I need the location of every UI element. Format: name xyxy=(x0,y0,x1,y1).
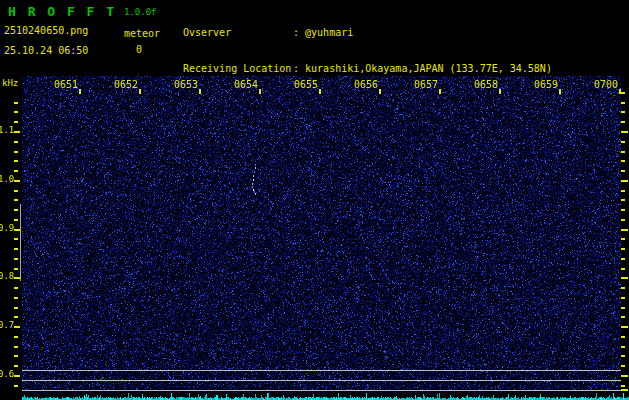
info-line-observer: Ovserver: @yuhmari xyxy=(183,27,552,39)
left-axis-major-tick xyxy=(14,277,20,279)
left-axis-minor-tick xyxy=(14,219,18,221)
left-axis-minor-tick xyxy=(14,141,18,143)
level-reference-line xyxy=(22,370,621,371)
time-axis-tick xyxy=(439,89,441,94)
time-axis-tick xyxy=(139,89,141,94)
info-value: kurashiki,Okayama,JAPAN (133.77E, 34.58N… xyxy=(305,63,552,74)
right-axis-minor-tick xyxy=(621,92,625,94)
right-axis-minor-tick xyxy=(621,141,625,143)
right-axis-major-tick xyxy=(621,326,628,328)
time-axis-tick xyxy=(199,89,201,94)
time-label: 0652 xyxy=(113,79,139,90)
right-axis-major-tick xyxy=(621,180,628,182)
right-axis-minor-tick xyxy=(621,346,625,348)
right-axis-major-tick xyxy=(621,229,628,231)
left-axis-minor-tick xyxy=(14,151,18,153)
info-separator: : xyxy=(293,27,299,38)
left-axis-major-tick xyxy=(14,229,20,231)
right-axis-minor-tick xyxy=(621,121,625,123)
time-label: 0655 xyxy=(293,79,319,90)
left-axis-minor-tick xyxy=(14,346,18,348)
time-label: 0700 xyxy=(593,79,619,90)
app-version: 1.0.0f xyxy=(124,7,157,17)
observation-datetime: 25.10.24 06:50 xyxy=(4,45,88,56)
freq-label: 0.9 xyxy=(0,223,14,233)
right-axis-minor-tick xyxy=(621,355,625,357)
time-axis-tick xyxy=(559,89,561,94)
freq-label: 0.6 xyxy=(0,369,14,379)
right-axis-minor-tick xyxy=(621,151,625,153)
left-axis-minor-tick xyxy=(14,248,18,250)
left-axis-major-tick xyxy=(14,131,20,133)
spectrogram-canvas xyxy=(22,76,621,391)
meteor-count-label: meteor xyxy=(124,28,160,39)
left-axis-minor-tick xyxy=(14,102,18,104)
time-label: 0651 xyxy=(53,79,79,90)
output-filename: 2510240650.png xyxy=(4,25,88,36)
time-label: 0659 xyxy=(533,79,559,90)
frequency-unit-label: kHz xyxy=(2,78,18,88)
right-axis-minor-tick xyxy=(621,238,625,240)
time-label: 0656 xyxy=(353,79,379,90)
time-axis-tick xyxy=(319,89,321,94)
left-axis-major-tick xyxy=(14,180,20,182)
right-axis-minor-tick xyxy=(621,385,625,387)
left-axis-minor-tick xyxy=(14,190,18,192)
left-axis-minor-tick xyxy=(14,385,18,387)
left-axis-minor-tick xyxy=(14,199,18,201)
left-axis-minor-tick xyxy=(14,355,18,357)
count-band-marker xyxy=(20,204,21,281)
left-axis-minor-tick xyxy=(14,160,18,162)
info-label: Receiving Location xyxy=(183,63,293,75)
time-axis-tick xyxy=(79,89,81,94)
freq-label: 1.0 xyxy=(0,174,14,184)
right-axis-major-tick xyxy=(621,131,628,133)
left-axis-minor-tick xyxy=(14,258,18,260)
left-axis-minor-tick xyxy=(14,268,18,270)
level-reference-line xyxy=(22,390,621,391)
right-axis-minor-tick xyxy=(621,268,625,270)
left-axis-minor-tick xyxy=(14,287,18,289)
freq-label: 0.8 xyxy=(0,271,14,281)
left-axis-major-tick xyxy=(14,326,20,328)
info-line-location: Receiving Location: kurashiki,Okayama,JA… xyxy=(183,63,552,75)
time-axis-tick xyxy=(259,89,261,94)
right-axis-minor-tick xyxy=(621,258,625,260)
right-axis-major-tick xyxy=(621,277,628,279)
meteor-count-value: 0 xyxy=(136,44,142,55)
time-label: 0657 xyxy=(413,79,439,90)
right-axis-minor-tick xyxy=(621,287,625,289)
right-axis-minor-tick xyxy=(621,170,625,172)
right-axis-minor-tick xyxy=(621,248,625,250)
right-axis-tick xyxy=(621,389,628,391)
left-axis-minor-tick xyxy=(14,297,18,299)
hrofft-window: H R O F F T 1.0.0f 2510240650.png meteor… xyxy=(0,0,629,400)
left-axis-minor-tick xyxy=(14,209,18,211)
left-axis-minor-tick xyxy=(14,316,18,318)
info-separator: : xyxy=(293,63,299,74)
info-value: @yuhmari xyxy=(305,27,353,38)
left-axis-minor-tick xyxy=(14,111,18,113)
right-axis-major-tick xyxy=(621,375,628,377)
time-label: 0658 xyxy=(473,79,499,90)
time-label: 0654 xyxy=(233,79,259,90)
right-axis-minor-tick xyxy=(621,209,625,211)
left-axis-minor-tick xyxy=(14,307,18,309)
time-label: 0653 xyxy=(173,79,199,90)
right-axis-minor-tick xyxy=(621,316,625,318)
time-axis-tick xyxy=(499,89,501,94)
app-title: H R O F F T xyxy=(8,4,116,19)
left-axis-major-tick xyxy=(14,375,20,377)
time-axis-tick xyxy=(379,89,381,94)
left-axis-minor-tick xyxy=(14,121,18,123)
right-axis-minor-tick xyxy=(621,297,625,299)
left-axis-minor-tick xyxy=(14,170,18,172)
left-axis-minor-tick xyxy=(14,365,18,367)
freq-label: 0.7 xyxy=(0,320,14,330)
right-axis-minor-tick xyxy=(621,365,625,367)
right-axis-minor-tick xyxy=(621,336,625,338)
level-reference-line xyxy=(22,380,621,381)
info-label: Ovserver xyxy=(183,27,293,39)
right-axis-minor-tick xyxy=(621,160,625,162)
left-axis-minor-tick xyxy=(14,336,18,338)
